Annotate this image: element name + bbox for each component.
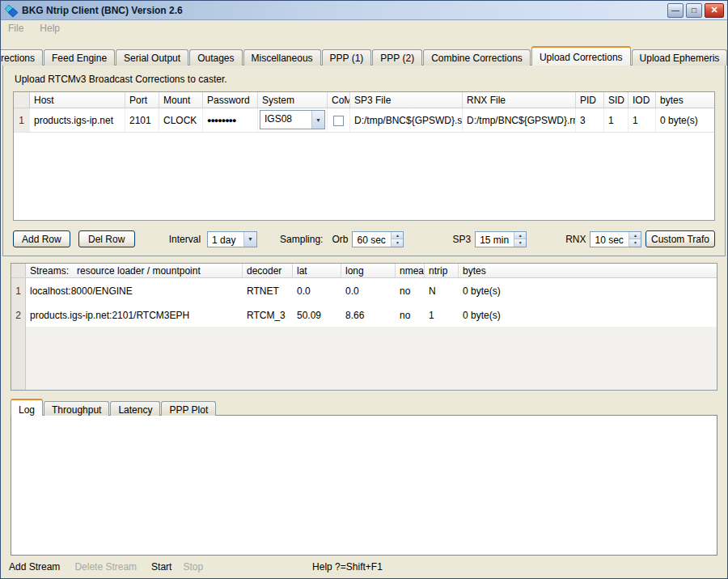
start-button[interactable]: Start — [151, 561, 171, 573]
menu-help[interactable]: Help — [40, 23, 60, 34]
tab-label: Serial Output — [124, 53, 180, 64]
column-header-sid: SID — [604, 92, 629, 108]
stream-row[interactable]: 1 localhost:8000/ENGINE RTNET 0.0 0.0 no… — [11, 278, 717, 302]
row-number-gutter — [11, 327, 26, 390]
host-cell[interactable]: products.igs-ip.net — [30, 108, 125, 132]
tab-latency[interactable]: Latency — [110, 401, 160, 416]
spin-down-icon[interactable]: ▼ — [392, 239, 403, 247]
column-header-mount: Mount — [159, 92, 203, 108]
password-cell[interactable]: ●●●●●●●● — [203, 108, 258, 132]
tab-upload-ephemeris[interactable]: Upload Ephemeris — [632, 49, 727, 66]
com-checkbox[interactable] — [333, 116, 344, 126]
spin-down-icon[interactable]: ▼ — [514, 239, 526, 247]
rnx-sampling-spinner[interactable]: 10 sec ▲▼ — [590, 231, 641, 247]
tab-log[interactable]: Log — [11, 399, 43, 416]
lat-cell: 50.09 — [293, 302, 341, 327]
corner-header — [11, 264, 26, 277]
streams-table-header: Streams: resource loader / mountpoint de… — [11, 264, 717, 278]
close-icon: ✕ — [710, 6, 717, 15]
mountpoint-cell: localhost:8000/ENGINE — [26, 278, 243, 302]
tab-label: Latency — [118, 404, 152, 416]
tab-label: PPP (1) — [330, 53, 364, 64]
upload-table: Host Port Mount Password System CoM SP3 … — [13, 91, 715, 221]
spin-up-icon[interactable]: ▲ — [392, 232, 403, 240]
rnx-file-cell[interactable]: D:/tmp/BNC${GPSWD}.rnx — [463, 108, 576, 132]
spinner-buttons[interactable]: ▲▼ — [514, 232, 526, 247]
upload-table-row: 1 products.igs-ip.net 2101 CLOCK ●●●●●●●… — [14, 108, 714, 133]
tab-ppp-2[interactable]: PPP (2) — [372, 49, 422, 66]
column-header-iod: IOD — [629, 92, 656, 108]
main-tabbar: rections Feed Engine Serial Output Outag… — [1, 46, 727, 66]
del-row-button[interactable]: Del Row — [78, 230, 135, 247]
tab-label: Throughput — [52, 404, 101, 416]
delete-stream-button[interactable]: Delete Stream — [74, 561, 137, 573]
menu-file[interactable]: File — [8, 23, 23, 34]
tab-combine-corrections[interactable]: Combine Corrections — [423, 49, 531, 66]
titlebar[interactable]: BKG Ntrip Client (BNC) Version 2.6 — □ ✕ — [1, 1, 727, 20]
app-window: BKG Ntrip Client (BNC) Version 2.6 — □ ✕… — [0, 0, 728, 579]
sid-cell[interactable]: 1 — [604, 108, 629, 132]
log-output-area[interactable] — [11, 415, 717, 556]
tab-miscellaneous[interactable]: Miscellaneous — [243, 49, 321, 66]
sp3-sampling-value: 15 min — [476, 232, 514, 247]
column-header-bytes: bytes — [459, 264, 717, 277]
rnx-label: RNX — [565, 234, 586, 245]
column-header-decoder: decoder — [243, 264, 293, 277]
upload-table-header: Host Port Mount Password System CoM SP3 … — [14, 92, 714, 108]
add-stream-button[interactable]: Add Stream — [9, 561, 60, 573]
add-row-button[interactable]: Add Row — [13, 230, 70, 247]
nmea-cell: no — [396, 302, 425, 327]
tab-outages[interactable]: Outages — [189, 49, 242, 66]
ntrip-cell: N — [425, 278, 459, 302]
minimize-button[interactable]: — — [667, 3, 684, 18]
tab-label: Miscellaneous — [252, 53, 313, 64]
sampling-label: Sampling: — [280, 234, 323, 245]
custom-trafo-button[interactable]: Custom Trafo — [645, 230, 715, 247]
sp3-file-cell[interactable]: D:/tmp/BNC${GPSWD}.sp3 — [350, 108, 463, 132]
bytes-cell: 0 byte(s) — [459, 302, 717, 327]
spinner-buttons[interactable]: ▲▼ — [629, 232, 641, 247]
mount-cell[interactable]: CLOCK — [159, 108, 203, 132]
system-select[interactable]: IGS08 ▼ — [260, 110, 325, 129]
tab-broadcast-corrections[interactable]: rections — [1, 49, 43, 66]
tab-ppp-1[interactable]: PPP (1) — [322, 49, 372, 66]
tab-throughput[interactable]: Throughput — [44, 401, 109, 416]
decoder-cell: RTNET — [243, 278, 293, 302]
port-cell[interactable]: 2101 — [125, 108, 159, 132]
panel-caption: Upload RTCMv3 Broadcast Corrections to c… — [15, 74, 715, 85]
spinner-buttons[interactable]: ▲▼ — [391, 232, 403, 247]
close-button[interactable]: ✕ — [705, 3, 724, 18]
tab-upload-corrections[interactable]: Upload Corrections — [531, 46, 631, 66]
streams-table: Streams: resource loader / mountpoint de… — [11, 263, 717, 391]
sp3-sampling-spinner[interactable]: 15 min ▲▼ — [475, 231, 527, 247]
stop-button[interactable]: Stop — [183, 561, 203, 573]
interval-label: Interval — [169, 234, 201, 245]
pid-cell[interactable]: 3 — [576, 108, 604, 132]
column-header-com: CoM — [328, 92, 350, 108]
spin-up-icon[interactable]: ▲ — [629, 232, 641, 240]
long-cell: 0.0 — [341, 278, 396, 302]
tab-feed-engine[interactable]: Feed Engine — [44, 49, 115, 66]
maximize-button[interactable]: □ — [686, 3, 702, 18]
orb-sampling-spinner[interactable]: 60 sec ▲▼ — [352, 231, 404, 247]
row-number: 1 — [11, 278, 26, 302]
system-cell: IGS08 ▼ — [258, 108, 328, 132]
mountpoint-cell: products.igs-ip.net:2101/RTCM3EPH — [26, 302, 243, 327]
bytes-cell: 0 byte(s) — [459, 278, 717, 302]
tab-label: Combine Corrections — [431, 53, 523, 64]
stream-row[interactable]: 2 products.igs-ip.net:2101/RTCM3EPH RTCM… — [11, 302, 717, 327]
empty-fill — [26, 327, 717, 390]
tab-label: Upload Corrections — [540, 52, 623, 63]
row-number: 2 — [11, 302, 26, 327]
upload-corrections-panel: Upload RTCMv3 Broadcast Corrections to c… — [2, 65, 726, 256]
spin-up-icon[interactable]: ▲ — [514, 232, 526, 240]
upload-controls: Add Row Del Row Interval 1 day ▼ Samplin… — [13, 230, 715, 247]
tab-ppp-plot[interactable]: PPP Plot — [161, 401, 216, 416]
tab-serial-output[interactable]: Serial Output — [116, 49, 188, 66]
bottom-tabbar: Log Throughput Latency PPP Plot — [11, 399, 717, 416]
corner-header — [14, 92, 30, 108]
decoder-cell: RTCM_3 — [243, 302, 293, 327]
spin-down-icon[interactable]: ▼ — [629, 239, 641, 247]
interval-select[interactable]: 1 day ▼ — [207, 231, 257, 247]
iod-cell[interactable]: 1 — [629, 108, 656, 132]
